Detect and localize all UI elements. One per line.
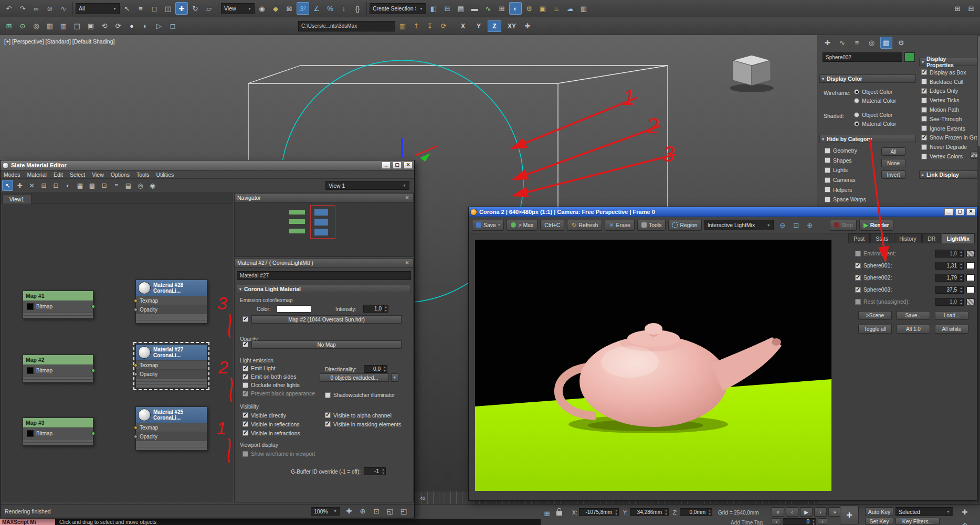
create-selection-set-dropdown[interactable]: Create Selection Se ▼ xyxy=(370,3,426,14)
slate-view-selector[interactable]: View 1 ▼ xyxy=(325,181,409,190)
safe-frames-icon[interactable]: ◻ xyxy=(166,20,179,33)
shapes-checkbox[interactable] xyxy=(825,157,830,163)
render-setup-icon[interactable]: ⚙ xyxy=(523,2,535,15)
lightmix-save-button[interactable]: Save... xyxy=(897,311,930,320)
geometry-checkbox[interactable] xyxy=(825,148,830,154)
maximize-button[interactable]: ▢ xyxy=(955,208,964,216)
options-toggle-icon[interactable]: ◎ xyxy=(135,180,146,191)
align-icon[interactable]: ⊟ xyxy=(441,2,454,15)
all-white-button[interactable]: All white xyxy=(935,325,968,334)
minimap-view-rect[interactable] xyxy=(310,205,335,239)
percent-snap-icon[interactable]: % xyxy=(324,2,336,15)
show-frozen-in-gray-checkbox[interactable] xyxy=(921,135,927,141)
opacity-slot-row[interactable]: Opacity xyxy=(136,305,207,314)
select-and-manipulate-icon[interactable]: ◆ xyxy=(269,2,282,15)
environment-checkbox[interactable] xyxy=(855,251,861,256)
project-path-field[interactable]: C:\Users\c...nts\3dsMax xyxy=(298,21,395,31)
shaded-object-color-radio[interactable]: Object Color xyxy=(854,112,892,118)
intensity-spinner[interactable]: 1,0 xyxy=(363,305,388,313)
bitmap-slot-row[interactable]: Bitmap xyxy=(23,301,93,312)
axis-constraints-icon[interactable]: ✚ xyxy=(521,20,534,33)
exclude-objects-button[interactable]: 0 objects excluded... xyxy=(320,373,389,382)
sphere003-intensity-spinner[interactable]: 37,5 xyxy=(935,286,964,294)
zoom-out-icon[interactable]: ⊖ xyxy=(776,219,789,231)
output-socket[interactable] xyxy=(91,432,95,435)
spinner-snap-icon[interactable]: ↕ xyxy=(338,2,350,15)
shaded-material-color-radio[interactable]: Material Color xyxy=(854,121,896,127)
navigator-minimap[interactable] xyxy=(235,202,413,256)
cameras-checkbox[interactable] xyxy=(825,177,830,183)
radio-icon[interactable] xyxy=(854,112,859,117)
menu-options[interactable]: Options xyxy=(111,172,130,178)
occlude-other-lights-checkbox[interactable] xyxy=(243,382,248,388)
stop-button[interactable]: Stop xyxy=(830,220,857,231)
gizmo-x-axis[interactable] xyxy=(416,146,437,155)
minimize-button[interactable]: _ xyxy=(382,162,391,169)
key-mode-dropdown[interactable]: Selected ▼ xyxy=(895,507,953,516)
save-button[interactable]: Save ▾ xyxy=(472,220,504,231)
open-asset-library-icon[interactable]: ▥ xyxy=(577,2,590,15)
spinner-arrows-icon[interactable] xyxy=(614,509,618,516)
bitmap-slot-row[interactable]: Bitmap xyxy=(23,365,93,376)
curve-editor-icon[interactable]: ∿ xyxy=(482,2,494,15)
undo-icon[interactable]: ↶ xyxy=(3,2,15,15)
canvas-zoom-dropdown[interactable]: 100% ▼ xyxy=(311,507,340,516)
spinner-arrows-icon[interactable] xyxy=(958,250,963,257)
sphere002-checkbox[interactable] xyxy=(855,275,861,281)
environment-intensity-spinner[interactable]: 1,0 xyxy=(935,250,964,258)
auto-key-button[interactable]: Auto Key xyxy=(865,507,893,516)
pan-view-icon[interactable]: ✚ xyxy=(14,180,25,191)
node-material28[interactable]: Material #28CoronaLi... Texmap Opacity xyxy=(135,280,207,324)
menu-material[interactable]: Material xyxy=(27,172,47,178)
absolute-mode-toggle-icon[interactable]: ⊞ xyxy=(541,507,553,520)
emit-light-checkbox[interactable] xyxy=(243,366,248,371)
toggle-ribbon-icon[interactable]: ▬ xyxy=(468,2,481,15)
wireframe-object-color-radio[interactable]: Object Color xyxy=(854,89,892,95)
visible-in-refractions-checkbox[interactable] xyxy=(243,430,248,436)
rendered-frame-window-icon[interactable]: ▣ xyxy=(536,2,549,15)
autogrid-icon[interactable]: ⊞ xyxy=(3,20,15,33)
layout-children-icon[interactable]: ⊟ xyxy=(50,180,61,191)
opacity-slot-row[interactable]: Opacity xyxy=(136,432,207,441)
play-animation-preview-icon[interactable]: ▷ xyxy=(153,20,165,33)
vertex-ticks-checkbox[interactable] xyxy=(921,98,927,103)
undo-view-change-icon[interactable]: ⟲ xyxy=(98,20,111,33)
graphite-modeling-icon[interactable]: ▦ xyxy=(44,20,56,33)
go-to-start-button[interactable]: « xyxy=(772,507,784,517)
spinner-arrows-icon[interactable] xyxy=(382,366,387,372)
current-frame-field[interactable]: 0 xyxy=(783,518,816,525)
output-socket[interactable] xyxy=(91,305,95,308)
zoom-tool-icon[interactable]: ⊕ xyxy=(356,505,369,518)
menu-tools[interactable]: Tools xyxy=(136,172,150,178)
radio-icon[interactable] xyxy=(854,89,859,94)
maxscript-listener-icon[interactable]: ▣ xyxy=(85,20,97,33)
redo-icon[interactable]: ↷ xyxy=(16,2,29,15)
select-node-icon[interactable]: ↖ xyxy=(2,180,13,191)
bitmap-slot-row[interactable]: Bitmap xyxy=(23,427,93,439)
input-socket[interactable] xyxy=(134,299,138,303)
save-file-icon[interactable]: ↧ xyxy=(424,20,436,33)
vertex-colors-checkbox[interactable] xyxy=(921,154,927,159)
hierarchy-icon[interactable]: ≡ xyxy=(851,37,863,49)
spinner-arrows-icon[interactable] xyxy=(958,274,963,281)
close-button[interactable]: ✕ xyxy=(966,208,975,216)
object-name-field[interactable]: Sphere002 xyxy=(823,52,902,62)
zoom-in-icon[interactable]: ⊕ xyxy=(804,219,816,231)
slate-title-bar[interactable]: Slate Material Editor _ ▢ ✕ xyxy=(1,160,414,170)
mirror-icon[interactable]: ◧ xyxy=(427,2,440,15)
axis-y-button[interactable]: Y xyxy=(472,20,486,32)
zero-offset-icon[interactable]: ⊡ xyxy=(99,180,110,191)
all-one-button[interactable]: All 1.0 xyxy=(897,325,930,334)
x-coordinate-field[interactable]: -1075,8mm xyxy=(579,508,619,516)
input-socket[interactable] xyxy=(134,308,138,312)
input-socket[interactable] xyxy=(134,372,138,376)
show-wireframe-checkbox[interactable] xyxy=(243,451,248,457)
menu-modes[interactable]: Modes xyxy=(4,172,20,178)
shade-selected-icon[interactable]: ◐ xyxy=(139,20,152,33)
hide-unused-slots-icon[interactable]: ▤ xyxy=(123,180,134,191)
spinner-arrows-icon[interactable] xyxy=(663,509,668,516)
shaded-partial-button[interactable]: Sha xyxy=(971,152,978,159)
object-color-swatch[interactable] xyxy=(904,52,915,62)
spinner-arrows-icon[interactable] xyxy=(707,509,712,516)
display-icon[interactable]: ▥ xyxy=(880,37,892,49)
